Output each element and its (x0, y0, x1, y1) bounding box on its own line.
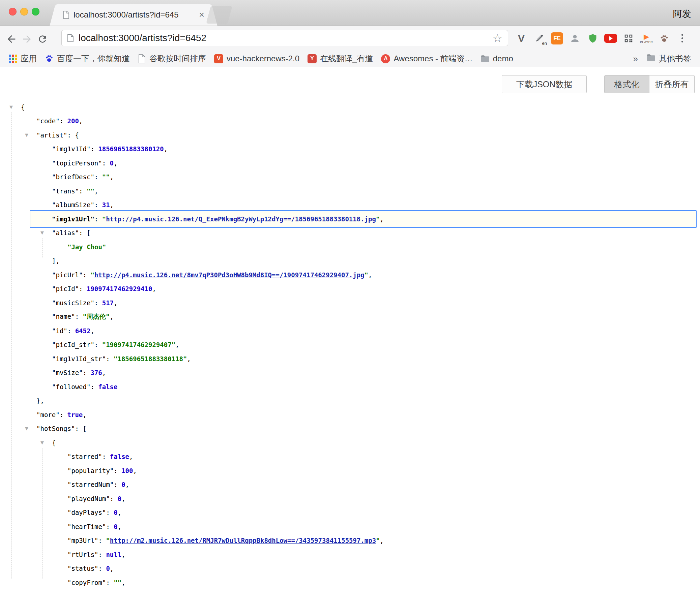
json-token: : (79, 187, 87, 195)
json-token: "albumSize" (52, 201, 94, 209)
json-token: 517 (102, 299, 114, 307)
player-icon[interactable]: ▶PLAYER (640, 32, 653, 45)
vimium-icon[interactable]: V (515, 32, 528, 45)
json-token: true (67, 411, 83, 418)
forward-button[interactable] (20, 32, 34, 46)
json-token: , (175, 341, 179, 348)
bookmark-item[interactable]: AAwesomes - 前端资… (377, 52, 476, 65)
shield-icon[interactable] (586, 32, 600, 45)
paw-icon[interactable] (658, 32, 671, 45)
bookmark-label: demo (493, 54, 513, 63)
bookmark-star-icon[interactable]: ☆ (492, 33, 502, 44)
json-token: , (110, 173, 114, 181)
json-token: : (67, 131, 75, 139)
reload-button[interactable] (36, 32, 49, 46)
json-token: : (114, 467, 121, 474)
collapse-toggle-icon[interactable]: ▼ (40, 440, 44, 445)
json-token: , (79, 117, 83, 125)
tab-close-icon[interactable]: × (199, 10, 204, 20)
qr-code-icon[interactable] (622, 32, 635, 45)
json-token: , (118, 523, 121, 530)
json-line: "name": "周杰伦", (0, 310, 700, 324)
youdao-icon: Y (308, 54, 317, 63)
json-line: "code": 200, (0, 114, 700, 128)
fe-icon[interactable]: FE (550, 32, 564, 45)
folder-icon (481, 55, 490, 62)
json-token: , (110, 201, 114, 209)
json-token: , (110, 313, 113, 320)
youtube-icon[interactable] (604, 32, 617, 45)
json-token: "img1v1Id" (52, 145, 90, 153)
json-line: "rtUrls": null, (0, 548, 700, 562)
json-token: , (114, 299, 117, 307)
json-token: "starredNum" (67, 481, 114, 488)
collapse-toggle-icon[interactable]: ▼ (25, 132, 28, 137)
json-token: "img1v1Url" (52, 215, 94, 223)
close-window-button[interactable] (9, 8, 17, 15)
json-token: : (106, 355, 114, 363)
baidu-icon (45, 54, 54, 63)
menu-icon[interactable] (675, 32, 689, 45)
json-url-link[interactable]: http://m2.music.126.net/RMJR7wDullRqppBk… (110, 537, 376, 544)
bookmark-label: 应用 (21, 53, 37, 64)
json-line: "starredNum": 0, (0, 478, 700, 492)
collapse-all-button[interactable]: 折叠所有 (649, 75, 695, 93)
json-token: : (75, 313, 83, 320)
json-line: "img1v1Url": "http://p4.music.126.net/Q_… (0, 212, 700, 226)
bookmark-item[interactable]: Vvue-hackernews-2.0 (210, 53, 303, 64)
new-tab-button[interactable] (206, 6, 232, 24)
json-url-link[interactable]: http://p4.music.126.net/8mv7qP30Pd3oHW8b… (94, 271, 364, 279)
json-token: "18569651883380118" (114, 355, 187, 363)
bookmarks-overflow-chevron[interactable]: » (629, 54, 643, 64)
bookmark-item[interactable]: 百度一下，你就知道 (41, 52, 134, 65)
bookmarks-bar: 应用百度一下，你就知道谷歌按时间排序Vvue-hackernews-2.0Y在线… (0, 51, 700, 67)
bookmark-item[interactable]: demo (477, 53, 517, 64)
json-token: 200 (67, 117, 79, 125)
collapse-toggle-icon[interactable]: ▼ (9, 104, 13, 110)
translate-pen-icon[interactable]: en (532, 32, 546, 45)
json-token: 0 (121, 481, 125, 488)
download-json-button[interactable]: 下载JSON数据 (502, 75, 587, 93)
json-token: , (121, 551, 125, 558)
json-token: "周杰伦" (83, 313, 110, 320)
json-token: "id" (52, 327, 67, 335)
json-token: "artist" (36, 131, 67, 139)
browser-tab[interactable]: localhost:3000/artists?id=645 × (57, 4, 210, 26)
contact-icon[interactable] (568, 32, 582, 45)
json-token: "picUrl" (52, 271, 83, 279)
zoom-window-button[interactable] (32, 8, 39, 15)
bookmark-item[interactable]: 应用 (5, 52, 41, 65)
view-mode-segmented-control: 格式化 折叠所有 (604, 75, 695, 93)
json-token: : (83, 369, 91, 376)
json-line: ▼"hotSongs": [ (0, 422, 700, 436)
json-token: "mvSize" (52, 369, 83, 376)
json-line: "topicPerson": 0, (0, 156, 700, 170)
bookmark-item[interactable]: 谷歌按时间排序 (134, 52, 210, 65)
json-url-link[interactable]: http://p4.music.126.net/Q_ExePNkmgB2yWyL… (106, 215, 376, 223)
navigation-toolbar: localhost:3000/artists?id=6452 ☆ VenFE▶P… (0, 26, 700, 51)
json-token: 100 (121, 467, 133, 474)
collapse-toggle-icon[interactable]: ▼ (40, 230, 44, 235)
format-button[interactable]: 格式化 (604, 75, 649, 93)
json-token: ], (52, 257, 60, 265)
json-token: " (364, 271, 368, 279)
address-bar[interactable]: localhost:3000/artists?id=6452 ☆ (61, 30, 508, 46)
minimize-window-button[interactable] (20, 8, 28, 15)
json-token: }, (36, 397, 44, 404)
json-token: null (106, 551, 121, 558)
bookmark-item[interactable]: Y在线翻译_有道 (303, 52, 377, 65)
other-bookmarks-folder[interactable]: 其他书签 (643, 52, 695, 65)
back-button[interactable] (5, 32, 18, 46)
json-token: : (110, 495, 118, 502)
json-token: " (90, 271, 94, 279)
json-token: 0 (110, 159, 114, 167)
collapse-toggle-icon[interactable]: ▼ (25, 426, 28, 431)
json-token: : (83, 271, 91, 279)
json-token: : (102, 453, 110, 460)
json-line: "copyFrom": "", (0, 576, 700, 590)
json-token: , (368, 271, 372, 279)
page-security-icon[interactable] (67, 34, 74, 42)
json-token: "topicPerson" (52, 159, 102, 167)
json-line: "popularity": 100, (0, 464, 700, 478)
json-token: "briefDesc" (52, 173, 94, 181)
